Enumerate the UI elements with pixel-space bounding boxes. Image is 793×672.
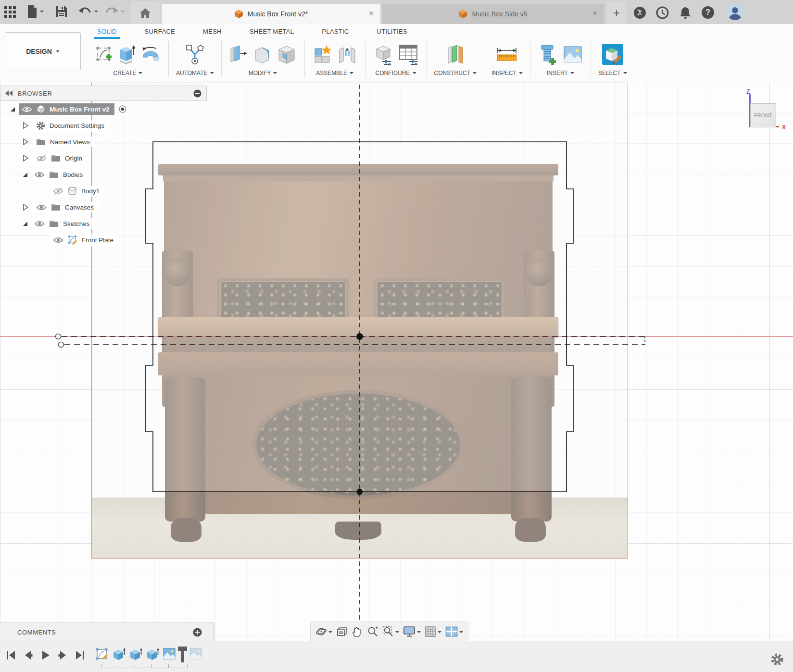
home-view-button[interactable] xyxy=(131,1,160,24)
insert-fastener-icon[interactable] xyxy=(538,43,559,65)
go-to-start-button[interactable] xyxy=(6,650,16,660)
view-cube-front-face[interactable]: FRONT xyxy=(750,103,776,127)
new-document-tab-button[interactable]: + xyxy=(607,1,626,24)
construct-plane-icon[interactable] xyxy=(444,43,466,65)
job-status-clock-icon[interactable] xyxy=(656,6,669,19)
group-label-create[interactable]: CREATE xyxy=(113,70,143,80)
display-settings-button[interactable] xyxy=(403,626,421,637)
configuration-table-icon[interactable] xyxy=(397,43,419,65)
step-back-button[interactable] xyxy=(23,650,33,660)
app-grid-icon[interactable] xyxy=(4,6,16,18)
browser-row-canvases[interactable]: Canvases xyxy=(0,199,207,215)
window-zoom-caret-icon[interactable] xyxy=(395,631,399,635)
timeline-extrude-feature[interactable] xyxy=(146,647,159,661)
group-label-automate[interactable]: AUTOMATE xyxy=(176,70,214,80)
display-settings-caret-icon[interactable] xyxy=(417,631,421,635)
browser-row-root-component[interactable]: Music Box Front v2 xyxy=(0,101,207,117)
group-label-assemble[interactable]: ASSEMBLE xyxy=(316,70,353,80)
undo-button[interactable] xyxy=(78,6,98,17)
visible-eye-icon[interactable] xyxy=(53,236,63,244)
visible-eye-icon[interactable] xyxy=(22,106,32,113)
collapsed-arrow-icon[interactable] xyxy=(23,138,28,145)
press-pull-icon[interactable] xyxy=(229,44,248,65)
save-button[interactable] xyxy=(56,6,67,17)
tab-sheet-metal[interactable]: SHEET METAL xyxy=(247,25,297,37)
timeline-extrude-feature[interactable] xyxy=(112,647,126,661)
visible-eye-icon[interactable] xyxy=(34,171,45,178)
hidden-eye-icon[interactable] xyxy=(53,187,63,195)
timeline-sketch-feature[interactable] xyxy=(95,647,109,661)
fillet-icon[interactable] xyxy=(252,44,273,65)
expanded-arrow-icon[interactable] xyxy=(23,173,27,177)
play-button[interactable] xyxy=(40,650,50,660)
orbit-button[interactable] xyxy=(315,626,332,637)
zoom-button[interactable] xyxy=(367,626,378,637)
visible-eye-icon[interactable] xyxy=(34,220,45,227)
add-comment-icon[interactable] xyxy=(193,628,202,637)
workspace-selector-design[interactable]: DESIGN xyxy=(5,32,81,70)
redo-caret-icon[interactable] xyxy=(121,11,125,14)
browser-row-body1[interactable]: Body1 xyxy=(0,183,207,199)
redo-button[interactable] xyxy=(105,6,125,17)
hidden-eye-icon[interactable] xyxy=(36,155,47,162)
grid-snaps-button[interactable] xyxy=(425,626,441,637)
automate-icon[interactable] xyxy=(184,44,205,65)
grid-snaps-caret-icon[interactable] xyxy=(438,631,441,635)
shell-icon[interactable] xyxy=(276,44,297,65)
select-icon[interactable] xyxy=(601,43,624,66)
help-icon[interactable]: ? xyxy=(702,6,714,19)
file-menu-button[interactable] xyxy=(27,5,44,18)
activate-component-radio[interactable] xyxy=(117,104,128,114)
new-component-icon[interactable] xyxy=(312,44,333,65)
view-cube[interactable]: FRONT Z X xyxy=(740,87,793,136)
viewports-caret-icon[interactable] xyxy=(459,631,463,635)
window-zoom-button[interactable] xyxy=(382,626,399,637)
comments-panel[interactable]: COMMENTS xyxy=(0,622,214,641)
group-label-construct[interactable]: CONSTRUCT xyxy=(434,70,477,80)
group-label-modify[interactable]: MODIFY xyxy=(249,70,277,80)
go-to-end-button[interactable] xyxy=(75,650,85,660)
step-forward-button[interactable] xyxy=(58,650,68,660)
browser-header[interactable]: BROWSER xyxy=(0,86,207,101)
configuration-icon[interactable] xyxy=(373,43,394,65)
look-at-button[interactable] xyxy=(336,626,348,637)
browser-row-bodies[interactable]: Bodies xyxy=(0,166,207,183)
sketch-midpoint-bottom[interactable] xyxy=(357,489,363,495)
visible-eye-icon[interactable] xyxy=(36,204,47,211)
collapsed-arrow-icon[interactable] xyxy=(23,204,28,211)
create-sketch-icon[interactable] xyxy=(95,44,114,64)
collapse-panel-icon[interactable] xyxy=(5,90,13,96)
close-tab-icon[interactable]: × xyxy=(592,9,597,18)
minimize-panel-icon[interactable] xyxy=(193,89,201,98)
extrude-icon[interactable] xyxy=(117,44,137,65)
browser-row-sketches[interactable]: Sketches xyxy=(0,215,207,232)
expanded-arrow-icon[interactable] xyxy=(11,107,15,112)
close-tab-icon[interactable]: × xyxy=(369,9,374,18)
tab-mesh[interactable]: MESH xyxy=(200,25,225,37)
construction-endpoint-1[interactable] xyxy=(56,334,61,339)
tab-plastic[interactable]: PLASTIC xyxy=(319,25,352,37)
group-label-inspect[interactable]: INSPECT xyxy=(491,70,523,80)
sketch-origin-point[interactable] xyxy=(356,333,363,340)
file-menu-caret-icon[interactable] xyxy=(40,11,44,14)
document-tab-music-box-front[interactable]: Music Box Front v2* × xyxy=(162,4,380,24)
joint-icon[interactable] xyxy=(337,44,358,65)
document-tab-music-box-side[interactable]: Music Box Side v5 × xyxy=(382,4,604,24)
browser-row-front-plate[interactable]: Front Plate xyxy=(0,232,207,248)
measure-icon[interactable] xyxy=(495,44,519,64)
tab-surface[interactable]: SURFACE xyxy=(142,25,178,37)
expanded-arrow-icon[interactable] xyxy=(23,222,27,226)
viewports-button[interactable] xyxy=(445,626,463,637)
tab-solid[interactable]: SOLID xyxy=(94,25,120,37)
group-label-select[interactable]: SELECT xyxy=(598,70,627,80)
construction-endpoint-2[interactable] xyxy=(59,342,64,348)
user-avatar[interactable] xyxy=(727,4,743,20)
extensions-icon[interactable] xyxy=(633,6,646,19)
insert-canvas-icon[interactable] xyxy=(562,45,583,64)
collapsed-arrow-icon[interactable] xyxy=(23,122,28,129)
browser-row-document-settings[interactable]: Document Settings xyxy=(0,117,207,134)
model-viewport[interactable]: BROWSER Music Box Front v2 xyxy=(0,82,793,672)
group-label-configure[interactable]: CONFIGURE xyxy=(376,70,416,80)
timeline-extrude-feature[interactable] xyxy=(129,647,142,661)
timeline-settings-gear-icon[interactable] xyxy=(770,653,784,666)
